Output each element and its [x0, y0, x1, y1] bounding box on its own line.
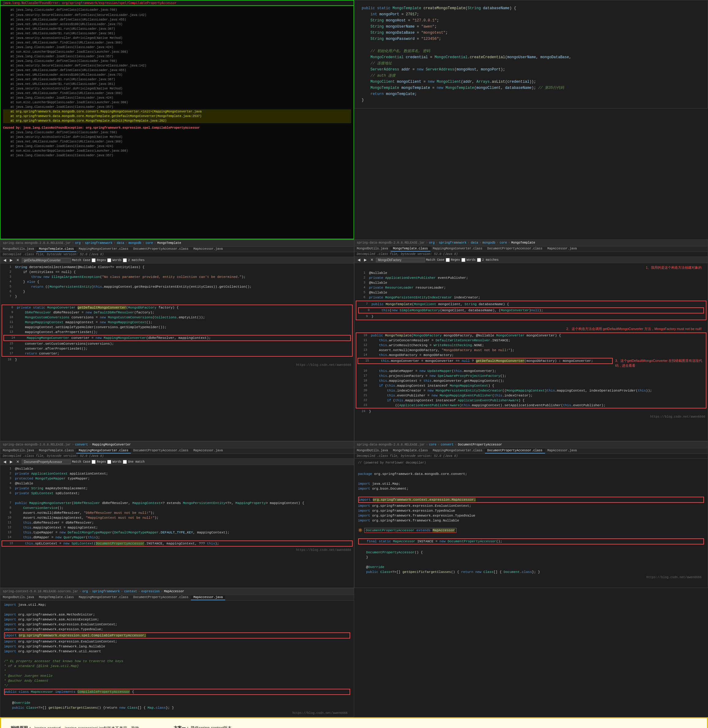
annotation-1: 1、我用的是这个构造方法创建对象的 — [354, 264, 708, 271]
mongo-template-panel: public static MongoTemplate createMongoT… — [354, 0, 708, 109]
code-line: 22 if (this.mappingContext instanceof Ap… — [356, 398, 706, 403]
prev3[interactable]: ◀ — [2, 459, 7, 464]
mongo-template-code: public static MongoTemplate createMongoT… — [354, 0, 708, 108]
code-line: 13 mappingContext.afterPropertiesSet(); — [2, 330, 352, 335]
stack-line-highlight: at org.springframework.data.mongodb.core… — [3, 114, 351, 119]
stack-line: at java.net.URLClassLoader$1.run(URLClas… — [3, 77, 351, 82]
tab-mongotemplate[interactable]: MongoTemplate.class — [36, 247, 76, 252]
tab5-template[interactable]: MongoTemplate.class — [36, 595, 76, 600]
code-line: 12 this.mappingContext = mappingContext; — [0, 525, 354, 530]
bc-data: data — [117, 241, 124, 245]
tab5-mapping[interactable]: MappingMongoConverter.class — [76, 595, 131, 600]
tab2-map[interactable]: MapAccessor.java — [545, 247, 579, 252]
sep: › — [436, 241, 438, 245]
sep: › — [142, 241, 144, 245]
tab3-doc[interactable]: DocumentPropertyAccessor.class — [131, 448, 191, 454]
constructor-highlight-2: 10public MongoTemplate(MongoDbFactory mo… — [356, 332, 707, 408]
main-layout: java.lang.NoClassDefFoundError: org/spri… — [0, 0, 708, 728]
bc5-map: MapAccessor — [164, 590, 184, 593]
tab5-utils[interactable]: MongodbUtils.java — [0, 595, 36, 600]
code-line: String mongoUserName = "awen"; — [362, 23, 701, 30]
stack-line: at java.lang.ClassLoader.defineClass(Cla… — [3, 7, 351, 13]
tab3-utils[interactable]: MongodbUtils.java — [0, 448, 36, 454]
regex-cb2[interactable] — [461, 258, 465, 262]
jar4-label: spring-data-mongodb-2.0.8.RELEASE.jar — [357, 443, 425, 447]
match-case-cb[interactable] — [91, 258, 96, 262]
stack-line: at java.security.SecureClassLoader.defin… — [3, 13, 351, 17]
code-line: public static MongoTemplate createMongoT… — [362, 5, 701, 11]
regex-cb3[interactable] — [107, 460, 111, 464]
code-line: import java.util.Map; — [358, 481, 704, 486]
code-line: // auth 连接 — [362, 73, 701, 79]
tab2-mongodbutils[interactable]: MongodbUtils.java — [354, 247, 390, 252]
close-search-btn[interactable]: ✕ — [15, 258, 20, 262]
code-line: 15 converter.setCustomConversions(conver… — [2, 341, 352, 346]
tab3-mapping[interactable]: MappingMongoConverter.class — [76, 448, 131, 454]
next-match-btn[interactable]: ▶ — [9, 258, 14, 262]
prev-match-btn[interactable]: ◀ — [2, 258, 7, 262]
stack-line: at java.lang.ClassLoader.loadClass(Class… — [3, 153, 351, 158]
search-3[interactable] — [22, 460, 71, 464]
tab3-template[interactable]: MongoTemplate.class — [36, 448, 76, 454]
mc-cb2[interactable] — [446, 258, 450, 262]
tab4-doc[interactable]: DocumentPropertyAccessor.class — [485, 448, 545, 454]
words-cb3[interactable] — [123, 460, 127, 464]
stack-line: at java.lang.ClassLoader.defineClass(Cla… — [3, 130, 351, 135]
stack-line: at java.net.URLClassLoader.access$100(UR… — [3, 73, 351, 77]
tab-bar-5: MongodbUtils.java MongoTemplate.class Ma… — [0, 595, 354, 600]
prev-btn2[interactable]: ◀ — [356, 257, 361, 262]
stack-line: at java.lang.ClassLoader.loadClass(Class… — [3, 96, 351, 100]
search-input[interactable] — [22, 258, 71, 262]
stack-line: at java.net.URLClassLoader.defineClass(U… — [3, 68, 351, 73]
words-cb[interactable] — [123, 258, 127, 262]
tab4-mapping[interactable]: MappingMongoConverter.class — [431, 448, 485, 454]
sep: › — [479, 241, 481, 245]
code-line: 1String determineCollectionName(@Nullabl… — [0, 265, 354, 270]
decompiled2-notice: Decompiled .class file, bytecode version… — [354, 252, 708, 257]
mc-cb3[interactable] — [91, 460, 96, 464]
bc5-expr: expression — [141, 590, 160, 593]
tab-mongodbutils[interactable]: MongodbUtils.java — [0, 247, 36, 252]
code-line: import org.springframework.asm.AccessExc… — [4, 617, 350, 622]
search-input-2[interactable] — [376, 258, 425, 262]
code-line: package org.springframework.data.mongodb… — [358, 471, 704, 476]
compilable-import: import org.springframework.expression.sp… — [4, 632, 350, 638]
code-line: import org.springframework.asm.MethodVis… — [4, 612, 350, 617]
code-line: String mongoPassword = "123456"; — [362, 36, 701, 42]
match3: One match — [128, 460, 145, 464]
close3[interactable]: ✕ — [15, 459, 20, 464]
code-line: 16 this.updateMapper = new UpdateMapper(… — [356, 368, 706, 374]
tab-mapaccessor[interactable]: MapAccessor.java — [191, 247, 225, 252]
code-line: 5 return ((MongoPersistentEntity)this.ma… — [0, 284, 354, 289]
annotated-code: 1、我用的是这个构造方法创建对象的 1@Nullable 2private Ap… — [354, 263, 708, 441]
tab5-doc[interactable]: DocumentPropertyAccessor.class — [131, 595, 191, 600]
error-header: java.lang.NoClassDefFoundError: org/spri… — [1, 1, 354, 6]
code-line: 18 this.mappingContext = this.mongoConve… — [356, 379, 706, 383]
jar5-label: spring-context-5.0.10.RELEASE-sources.ja… — [3, 590, 78, 593]
tab-docproperty[interactable]: DocumentPropertyAccessor.class — [131, 247, 191, 252]
sep: › — [426, 443, 428, 447]
tab2-mongotemplate[interactable]: MongoTemplate.class — [390, 247, 431, 252]
blog-link5: https://blog.csdn.net/awen6666 — [4, 710, 350, 716]
sep: › — [72, 443, 74, 447]
tab3-map[interactable]: MapAccessor.java — [191, 448, 225, 454]
next-btn2[interactable]: ▶ — [363, 257, 368, 262]
tab4-template[interactable]: MongoTemplate.class — [390, 448, 431, 454]
tab4-utils[interactable]: MongodbUtils.java — [354, 448, 390, 454]
code-line: } — [358, 555, 704, 560]
code-line: MongoCredential credential = MongoCreden… — [362, 54, 701, 60]
tab5-mapaccessor[interactable]: MapAccessor.java — [191, 595, 225, 600]
regex-label: Regex — [97, 259, 106, 262]
tab2-mapping[interactable]: MappingMongoConverter.class — [431, 247, 485, 252]
next3[interactable]: ▶ — [9, 459, 14, 464]
tab-mappingconverter[interactable]: MappingMongoConverter.class — [76, 247, 131, 252]
words-cb2[interactable] — [477, 258, 481, 262]
tab4-map[interactable]: MapAccessor.java — [545, 448, 579, 454]
close-btn2[interactable]: ✕ — [369, 257, 375, 262]
regex-cb[interactable] — [107, 258, 111, 262]
inner-highlight: 14 MappingMongoConverter converter = new… — [3, 335, 351, 341]
code-line: 4 } else { — [0, 280, 354, 284]
bc5-org: org — [83, 590, 88, 593]
error-panel: java.lang.NoClassDefFoundError: org/spri… — [0, 0, 354, 239]
tab2-doc[interactable]: DocumentPropertyAccessor.class — [485, 247, 545, 252]
